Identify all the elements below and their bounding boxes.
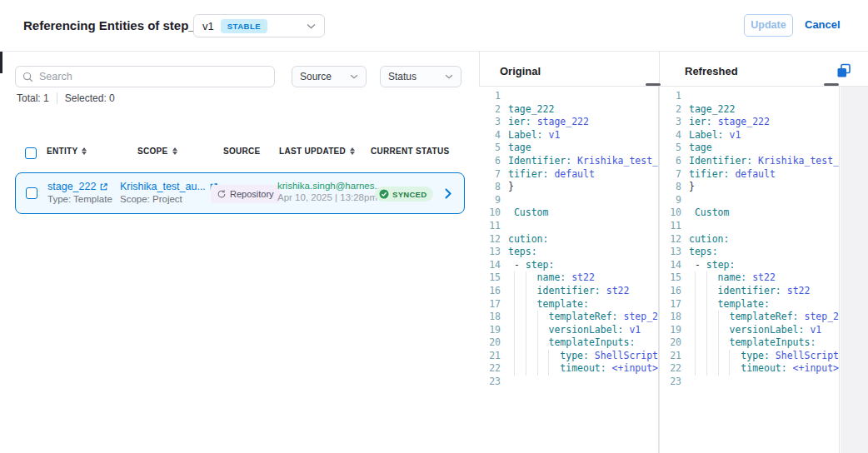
code-line: 5tage	[660, 142, 839, 155]
code-line: 7tifier: default	[479, 168, 658, 182]
code-line: 2tage_222	[479, 103, 658, 117]
refreshed-code-panel[interactable]: 12tage_2223ier: stage_2224Label: v15tage…	[660, 87, 840, 453]
code-line: 11	[479, 220, 658, 233]
row-checkbox[interactable]	[26, 187, 37, 199]
table-header: ENTITY SCOPE SOURCE LAST UPDATED CURRENT…	[0, 147, 466, 162]
code-line: 6Identifier: Krishika_test_aut	[660, 155, 839, 168]
code-line: 8}	[479, 181, 658, 194]
code-line: 17template:	[479, 298, 658, 311]
entity-type: Type: Template	[47, 194, 112, 204]
h-scrollbar-thumb[interactable]	[824, 83, 839, 86]
code-line: 13teps:	[479, 246, 658, 259]
code-line: 18templateRef: step_222	[660, 311, 839, 324]
sort-icon[interactable]	[82, 147, 87, 155]
status-filter-label: Status	[388, 71, 417, 82]
code-line: 17template:	[660, 298, 839, 311]
code-line: 7tifier: default	[660, 168, 839, 182]
code-line: 18templateRef: step_222	[479, 311, 658, 324]
code-line: 22timeout: <+input>	[479, 362, 658, 376]
updated-at: Apr 10, 2025 | 13:28pm	[277, 192, 382, 202]
h-scrollbar-thumb[interactable]	[646, 83, 661, 86]
code-line: 5tage	[479, 142, 658, 155]
chevron-down-icon	[445, 74, 453, 79]
code-line: 21type: ShellScript	[479, 350, 658, 363]
code-line: 3ier: stage_222	[660, 116, 839, 129]
source-badge: Repository	[211, 185, 280, 203]
code-line: 1	[479, 90, 658, 103]
code-line: 14 - step:	[660, 259, 839, 272]
page-title: Referencing Entities of step_222	[23, 18, 217, 32]
code-line: 19versionLabel: v1	[479, 324, 658, 337]
stable-badge: STABLE	[221, 19, 267, 33]
updated-by: krishika.singh@harnes...	[277, 181, 382, 191]
column-last-updated: LAST UPDATED	[279, 147, 355, 156]
code-line: 20templateInputs:	[660, 336, 839, 350]
code-line: 15name: st22	[479, 271, 658, 285]
code-line: 8}	[660, 181, 839, 194]
code-line: 16identifier: st22	[660, 285, 839, 298]
code-line: 16identifier: st22	[479, 285, 658, 298]
external-link-icon[interactable]	[99, 182, 108, 192]
code-line: 23	[660, 376, 839, 389]
search-input[interactable]	[39, 71, 267, 82]
code-line: 20templateInputs:	[479, 336, 658, 350]
status-badge: SYNCED	[375, 187, 433, 202]
code-line: 4Label: v1	[660, 129, 839, 142]
original-panel-title: Original	[500, 65, 541, 77]
code-line: 23	[479, 376, 658, 389]
chevron-down-icon	[350, 74, 358, 79]
code-line: 21type: ShellScript	[660, 350, 839, 363]
code-line: 3ier: stage_222	[479, 116, 658, 129]
chevron-right-icon[interactable]	[445, 188, 451, 199]
code-line: 14 - step:	[479, 259, 658, 272]
source-filter-label: Source	[300, 71, 332, 82]
cancel-button[interactable]: Cancel	[805, 18, 841, 31]
version-label: v1	[202, 20, 214, 32]
refreshed-panel-title: Refreshed	[685, 65, 738, 77]
entity-link[interactable]: stage_222	[47, 181, 96, 192]
version-select[interactable]: v1 STABLE	[193, 14, 325, 37]
code-line: 10 Custom	[660, 207, 839, 220]
status-filter[interactable]: Status	[380, 66, 461, 87]
code-line: 11	[660, 220, 839, 233]
copy-icon[interactable]	[836, 62, 852, 79]
code-line: 10 Custom	[479, 207, 658, 220]
column-current-status: CURRENT STATUS	[371, 147, 449, 156]
column-source: SOURCE	[223, 147, 261, 156]
code-line: 13teps:	[660, 246, 839, 259]
search-box	[15, 66, 275, 87]
update-button[interactable]: Update	[744, 14, 793, 37]
table-summary: Total: 1 Selected: 0	[17, 92, 115, 104]
column-scope: SCOPE	[137, 147, 177, 156]
code-line: 9	[479, 194, 658, 207]
code-line: 15name: st22	[660, 271, 839, 285]
code-line: 2tage_222	[660, 103, 839, 117]
total-count: Total: 1	[17, 92, 49, 104]
check-circle-icon	[379, 189, 389, 199]
sort-icon[interactable]	[172, 147, 177, 155]
search-icon	[22, 72, 33, 82]
selected-count: Selected: 0	[65, 92, 115, 104]
code-line: 12cution:	[479, 233, 658, 246]
scope-link[interactable]: Krishika_test_au...	[120, 181, 206, 192]
original-code-panel[interactable]: 12tage_2223ier: stage_2224Label: v15tage…	[479, 87, 659, 453]
source-filter[interactable]: Source	[292, 66, 367, 87]
table-row[interactable]: stage_222 Type: Template Krishika_test_a…	[15, 172, 465, 214]
chevron-down-icon	[307, 23, 316, 29]
summary-divider	[57, 92, 57, 104]
repository-icon	[217, 189, 227, 199]
code-line: 6Identifier: Krishika_test_aut	[479, 155, 658, 168]
code-line: 1	[660, 90, 839, 103]
code-line: 22timeout: <+input>	[660, 362, 839, 376]
code-line: 4Label: v1	[479, 129, 658, 142]
scope-detail: Scope: Project	[120, 194, 218, 204]
sort-icon[interactable]	[350, 147, 355, 155]
column-entity: ENTITY	[47, 147, 87, 156]
code-line: 9	[660, 194, 839, 207]
code-line: 12cution:	[660, 233, 839, 246]
panel-right-gutter	[841, 87, 868, 453]
code-line: 19versionLabel: v1	[660, 324, 839, 337]
select-all-checkbox[interactable]	[25, 147, 37, 159]
